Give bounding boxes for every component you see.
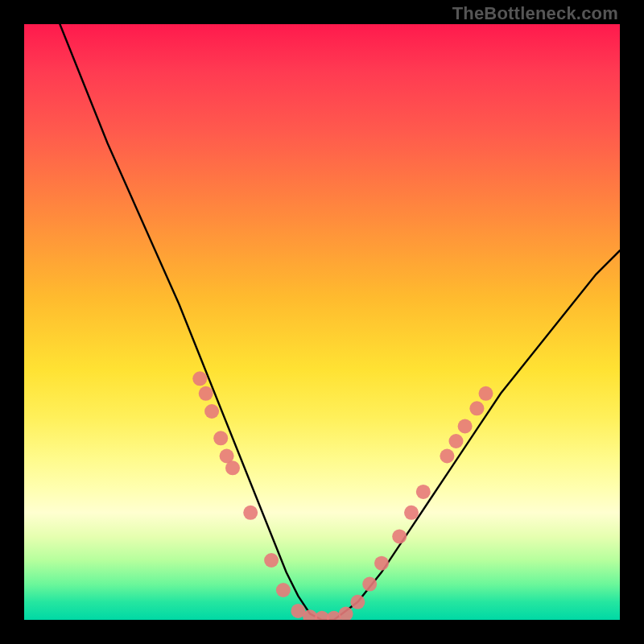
plot-area [24, 24, 620, 620]
data-marker [416, 485, 431, 499]
curve-layer [60, 24, 620, 620]
data-marker [458, 419, 473, 434]
data-marker [213, 431, 228, 445]
data-marker [225, 460, 240, 475]
data-marker [192, 371, 207, 386]
data-marker [350, 595, 365, 609]
data-marker [440, 449, 454, 464]
data-marker [404, 506, 419, 520]
data-marker [243, 506, 258, 520]
data-marker [339, 607, 353, 620]
data-marker [199, 386, 213, 401]
chart-svg [24, 24, 620, 620]
data-marker [374, 556, 389, 571]
data-marker [204, 404, 219, 419]
data-marker [392, 529, 407, 543]
data-marker [469, 401, 484, 415]
bottleneck-curve [60, 24, 620, 620]
marker-layer [192, 371, 493, 620]
attribution-label: TheBottleneck.com [452, 3, 618, 24]
data-marker [479, 386, 493, 401]
data-marker [362, 577, 377, 592]
chart-frame: TheBottleneck.com [0, 0, 644, 644]
data-marker [449, 434, 464, 448]
data-marker [264, 553, 279, 568]
data-marker [276, 583, 291, 597]
